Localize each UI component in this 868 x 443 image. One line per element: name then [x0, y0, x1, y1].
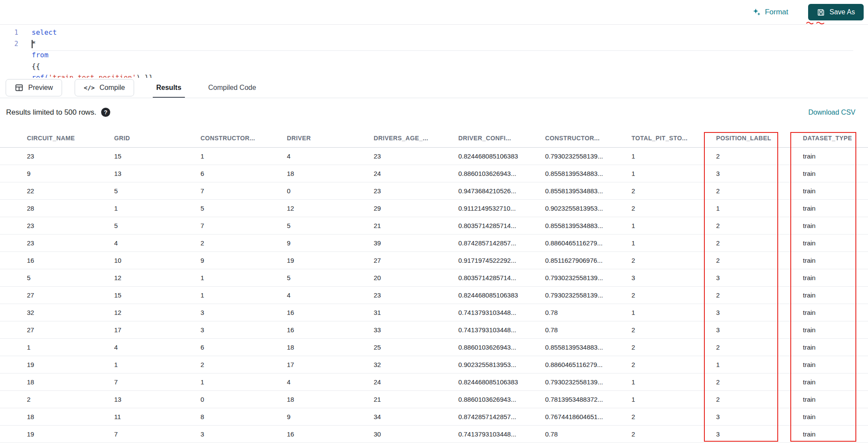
code-line-1[interactable]: select * from {{ ref('train_test_positio…	[32, 27, 858, 38]
results-table: CIRCUIT_NAME GRID CONSTRUCTOR... DRIVER …	[0, 129, 868, 443]
sql-editor[interactable]: 1 2 select * from {{ ref('train_test_pos…	[0, 25, 868, 78]
code-line-2[interactable]	[32, 38, 858, 50]
table-icon	[15, 83, 23, 92]
line-number-1: 1	[0, 27, 18, 38]
table-cell: 0.824468085106383	[458, 291, 545, 299]
table-cell: 10	[114, 257, 201, 264]
table-cell: 24	[374, 170, 458, 177]
table-cell: 2	[716, 291, 803, 299]
table-cell: 12	[114, 309, 201, 316]
table-cell: 19	[27, 361, 114, 368]
table-cell: 5	[114, 222, 201, 229]
download-csv-link[interactable]: Download CSV	[809, 109, 856, 116]
tab-results[interactable]: Results	[153, 78, 185, 98]
table-cell: 0.9023255813953...	[545, 205, 631, 212]
save-as-button[interactable]: Save As	[808, 4, 864, 20]
results-tabs: Results Compiled Code	[153, 78, 260, 98]
table-cell: 0.9112149532710...	[458, 205, 545, 212]
table-cell: 12	[287, 205, 374, 212]
help-glyph: ?	[104, 109, 107, 116]
table-cell: train	[803, 396, 868, 403]
table-cell: 2	[631, 430, 716, 438]
table-cell: 0.824468085106383	[458, 378, 545, 386]
table-cell: 4	[114, 344, 201, 351]
table-row: 191217320.9023255813953...0.886046511627…	[0, 356, 868, 374]
table-cell: train	[803, 222, 868, 229]
table-cell: 0.9171974522292...	[458, 257, 545, 264]
table-cell: 27	[27, 326, 114, 334]
table-cell: 4	[287, 378, 374, 386]
table-cell: train	[803, 413, 868, 420]
table-cell: train	[803, 239, 868, 247]
tab-results-label: Results	[156, 84, 181, 92]
table-cell: 39	[374, 239, 458, 247]
table-cell: 2	[716, 344, 803, 351]
table-row: 197316300.7413793103448...0.7823train	[0, 426, 868, 443]
table-cell: 19	[287, 257, 374, 264]
sparkles-icon	[752, 8, 761, 17]
table-header: CIRCUIT_NAME GRID CONSTRUCTOR... DRIVER …	[0, 129, 868, 148]
table-cell: 0.8511627906976...	[545, 257, 631, 264]
table-cell: 2	[631, 257, 716, 264]
compile-button[interactable]: </> Compile	[75, 79, 134, 96]
table-cell: 0	[201, 396, 287, 403]
tab-compiled-code[interactable]: Compiled Code	[205, 78, 260, 98]
table-row: 51215200.8035714285714...0.7930232558139…	[0, 269, 868, 287]
sql-keyword: from	[32, 51, 49, 59]
table-cell: 2	[631, 187, 716, 195]
red-annotation-squiggle	[806, 20, 826, 25]
table-cell: 32	[374, 361, 458, 368]
table-row: 181189340.8742857142857...0.767441860465…	[0, 408, 868, 426]
table-cell: 0.8558139534883...	[545, 187, 631, 195]
table-cell: 7	[114, 430, 201, 438]
table-cell: 2	[716, 257, 803, 264]
table-cell: 9	[201, 257, 287, 264]
table-cell: 0.9023255813953...	[458, 361, 545, 368]
format-label: Format	[765, 8, 788, 17]
table-cell: train	[803, 309, 868, 316]
table-cell: 1	[114, 361, 201, 368]
table-cell: 25	[374, 344, 458, 351]
column-header-total-pit-sto: TOTAL_PIT_STO...	[631, 135, 716, 142]
column-header-circuit-name: CIRCUIT_NAME	[27, 135, 114, 142]
table-cell: 5	[287, 274, 374, 281]
table-row: 23429390.8742857142857...0.8860465116279…	[0, 235, 868, 252]
table-cell: 12	[114, 274, 201, 281]
compile-label: Compile	[99, 84, 125, 92]
line-number-2: 2	[0, 38, 18, 50]
table-cell: 4	[287, 291, 374, 299]
format-button[interactable]: Format	[749, 5, 792, 19]
column-header-driver: DRIVER	[287, 135, 374, 142]
table-cell: 2	[716, 378, 803, 386]
preview-label: Preview	[28, 84, 53, 92]
table-cell: 9	[27, 170, 114, 177]
table-cell: train	[803, 205, 868, 212]
preview-button[interactable]: Preview	[6, 79, 62, 96]
table-cell: 3	[716, 170, 803, 177]
table-cell: 16	[287, 430, 374, 438]
table-row: 14618250.8860103626943...0.8558139534883…	[0, 339, 868, 356]
table-cell: 0.78	[545, 326, 631, 334]
help-icon[interactable]: ?	[101, 108, 110, 117]
column-header-constructor: CONSTRUCTOR...	[201, 135, 287, 142]
toolbar-row: Preview </> Compile Results Compiled Cod…	[0, 78, 868, 98]
table-cell: 5	[201, 205, 287, 212]
results-limit-info: Results limited to 500 rows. ?	[6, 108, 110, 117]
table-cell: 2	[716, 239, 803, 247]
table-cell: 0.8035714285714...	[458, 222, 545, 229]
table-cell: 2	[631, 361, 716, 368]
table-cell: 2	[716, 396, 803, 403]
table-cell: 0.8860465116279...	[545, 239, 631, 247]
table-cell: 15	[114, 152, 201, 160]
table-cell: 3	[716, 326, 803, 334]
table-cell: 2	[716, 222, 803, 229]
table-cell: 23	[27, 239, 114, 247]
table-row: 281512290.9112149532710...0.902325581395…	[0, 200, 868, 217]
table-cell: 3	[716, 413, 803, 420]
table-cell: 6	[201, 170, 287, 177]
table-cell: 3	[716, 309, 803, 316]
table-cell: 16	[27, 257, 114, 264]
table-cell: 34	[374, 413, 458, 420]
table-cell: 3	[631, 274, 716, 281]
text-cursor	[32, 40, 33, 48]
